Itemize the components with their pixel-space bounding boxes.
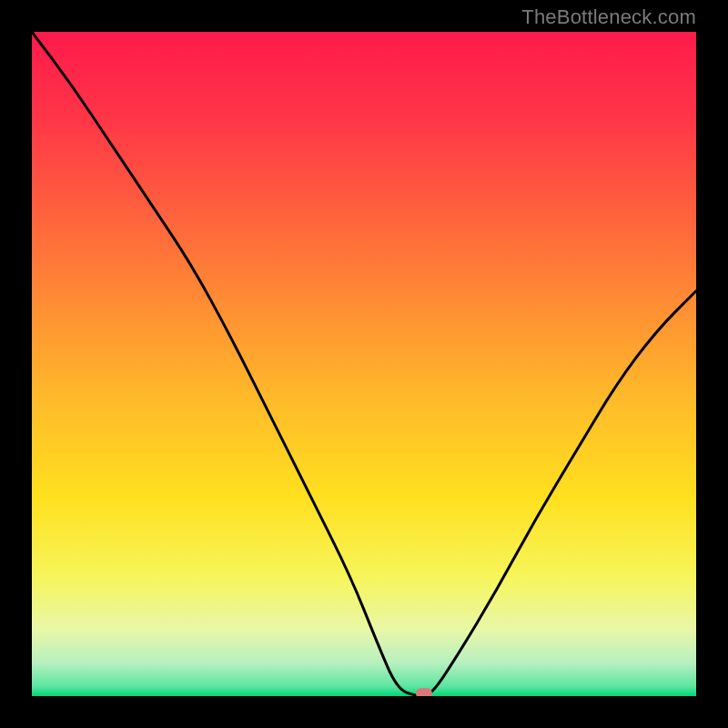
optimal-point-marker bbox=[416, 688, 432, 696]
svg-rect-0 bbox=[32, 32, 696, 696]
watermark-text: TheBottleneck.com bbox=[521, 5, 696, 29]
gradient-background bbox=[32, 32, 696, 696]
plot-area bbox=[32, 32, 696, 696]
bottleneck-chart: TheBottleneck.com bbox=[0, 0, 728, 728]
